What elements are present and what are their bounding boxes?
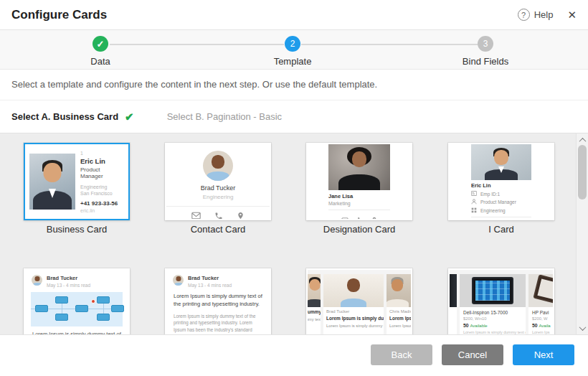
template-product-carousel-card[interactable]: Dell-Inspiron 15-7000 $200, Win10 50 Ava…	[448, 268, 554, 334]
slide-text: Lorem Ipsum is sim	[387, 321, 412, 329]
product-title: HP Pavi	[528, 307, 554, 315]
person-city: San Francisco	[80, 191, 124, 196]
stepper-connector	[110, 44, 284, 45]
slide-text: Lorem Ipsum is simply dummy text of the	[323, 321, 384, 329]
person-name: Eric Lin	[471, 182, 531, 189]
template-designation-card[interactable]: Jane Lisa Marketing	[306, 143, 412, 220]
person-photo	[328, 144, 390, 190]
step-data-label: Data	[50, 56, 151, 67]
person-name: Jane Lisa	[328, 193, 390, 199]
avatar	[203, 151, 233, 181]
product-description: Lorem Ips	[528, 328, 554, 334]
mail-icon	[191, 212, 201, 220]
template-label-contact-card: Contact Card	[165, 224, 271, 235]
person-department: Marketing	[328, 201, 390, 206]
product-description: Lorem Ipsum is simply dummy text of the	[460, 328, 526, 334]
vertical-scrollbar[interactable]	[576, 133, 588, 334]
scrollbar-thumb[interactable]	[578, 145, 587, 199]
person-phone: +41 923-33-56	[80, 200, 124, 207]
person-department: Engineering	[480, 208, 506, 213]
phone-icon	[498, 220, 506, 220]
instruction-text: Select a template and configure the cont…	[0, 70, 588, 100]
person-department: Engineering	[166, 194, 270, 200]
article-body: Lorem Ipsum is simply dummy text of the …	[166, 309, 270, 334]
help-button[interactable]: ? Help	[518, 9, 554, 21]
location-icon	[237, 211, 245, 220]
template-label-designation-card: Designation Card	[306, 224, 412, 235]
person-photo	[306, 274, 321, 307]
location-icon	[371, 213, 377, 220]
product-specs: $200, W	[528, 315, 554, 321]
person-role: Product Manager	[480, 199, 516, 205]
person-name: Brad Tucker	[166, 184, 270, 192]
person-email: eric.lin	[80, 208, 124, 213]
tab-select-b-pagination-basic[interactable]: Select B. Pagination - Basic	[167, 111, 282, 122]
record-number: 1	[80, 151, 124, 156]
avatar	[173, 275, 184, 286]
author-name: Brad Tucker	[47, 275, 90, 281]
step-template-circle[interactable]: 2	[285, 36, 300, 52]
emp-id: Emp ID:1	[480, 192, 500, 197]
slide-person-name: Chris Madison	[387, 307, 412, 314]
person-photo	[387, 274, 412, 307]
scrollbar-up-arrow[interactable]	[577, 135, 588, 145]
product-specs: $200, Win10	[460, 315, 526, 321]
person-department: Engineering	[80, 184, 124, 189]
template-blog-card[interactable]: Brad Tucker May 13 - 4 mins read Lorem I…	[24, 268, 130, 334]
tab-a-label: Select A. Business Card	[11, 111, 118, 122]
slide-person-name: Brad Tucker	[323, 307, 384, 314]
step-template-label: Template	[242, 56, 343, 67]
back-button[interactable]: Back	[371, 344, 432, 365]
template-business-card[interactable]: 1 Eric Lin Product Manager Engineering S…	[24, 143, 130, 220]
dialog-footer: Back Cancel Next	[0, 334, 588, 376]
step-data-circle[interactable]: ✓	[93, 36, 108, 52]
location-icon	[514, 220, 521, 220]
help-icon: ?	[518, 9, 530, 21]
phone-icon	[214, 212, 223, 220]
article-title: Lorem Ipsum is simply dummy text of the …	[166, 291, 270, 309]
role-icon	[471, 199, 477, 205]
avatar	[32, 275, 42, 286]
cancel-button[interactable]: Cancel	[442, 344, 503, 365]
template-i-card[interactable]: Eric Lin Emp ID:1 Product Manager Engine…	[448, 143, 554, 220]
phone-icon	[357, 213, 364, 220]
next-button[interactable]: Next	[513, 344, 574, 365]
mail-icon	[483, 220, 490, 220]
template-gallery: 1 Eric Lin Product Manager Engineering S…	[0, 133, 588, 334]
template-label-i-card: I Card	[448, 224, 554, 235]
stepper-connector	[301, 44, 478, 45]
product-stock: 50 Availa	[528, 321, 554, 328]
selector-tabs: Select A. Business Card ✔ Select B. Pagi…	[0, 100, 588, 133]
author-name: Brad Tucker	[188, 275, 232, 281]
dialog-header: Configure Cards ? Help ✕	[0, 0, 588, 30]
department-icon	[471, 207, 477, 214]
person-photo	[323, 274, 384, 307]
stepper: ✓ 2 3 Data Template Bind Fields	[0, 30, 588, 70]
product-image	[528, 274, 554, 307]
product-title: Dell-Inspiron 15-7000	[460, 307, 526, 315]
person-name: Eric Lin	[80, 157, 124, 165]
check-icon: ✔	[125, 111, 134, 123]
step-bind-fields-label: Bind Fields	[435, 56, 536, 67]
person-role: Product Manager	[80, 166, 124, 179]
slide-text: mmy text of the	[306, 315, 321, 323]
help-label: Help	[534, 9, 554, 20]
slide-title: Lorem Ipsum is simply dummy	[323, 314, 384, 321]
person-photo	[471, 144, 531, 180]
step-bind-fields-circle[interactable]: 3	[478, 36, 493, 52]
tab-select-a-business-card[interactable]: Select A. Business Card ✔	[11, 111, 134, 123]
template-article-card[interactable]: Brad Tucker May 13 - 4 mins read Lorem I…	[165, 268, 271, 334]
template-people-carousel-card[interactable]: dummy mmy text of the Brad Tucker Lorem …	[306, 268, 412, 334]
close-icon[interactable]: ✕	[567, 9, 577, 22]
slide-title: dummy	[306, 307, 321, 315]
post-meta: May 13 - 4 mins read	[188, 283, 232, 288]
template-contact-card[interactable]: Brad Tucker Engineering	[165, 143, 271, 220]
slide-title: Lorem Ipsum is a	[387, 314, 412, 321]
person-photo	[29, 154, 75, 210]
flowchart-image	[31, 292, 123, 326]
post-excerpt: Lorem Ipsum is simply dummy text of the …	[25, 326, 128, 334]
product-image	[448, 274, 457, 307]
scrollbar-down-arrow[interactable]	[577, 323, 588, 333]
product-stock: 50 Available	[460, 321, 526, 328]
post-meta: May 13 - 4 mins read	[47, 283, 90, 288]
